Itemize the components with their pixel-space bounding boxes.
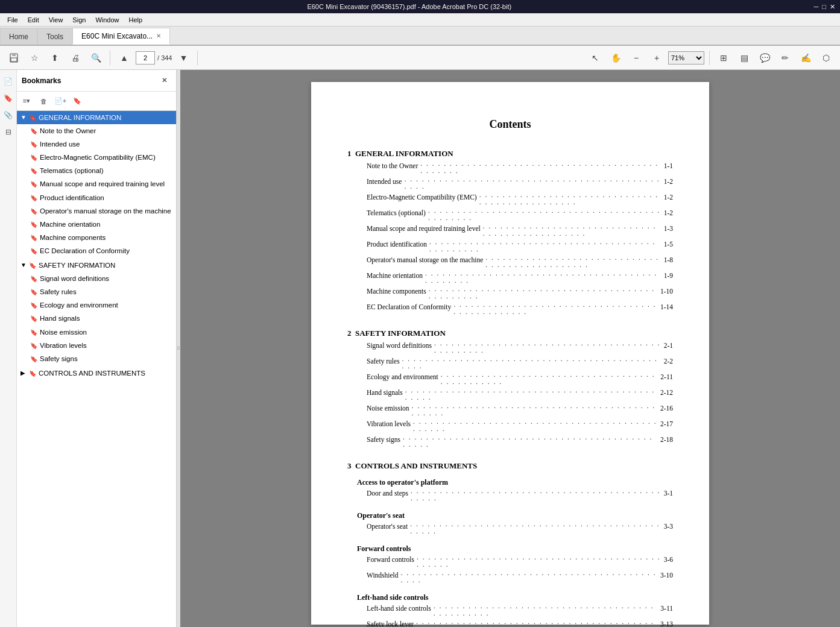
bookmark-operators-manual[interactable]: 🔖 Operator's manual storage on the machi…	[17, 204, 176, 218]
maximize-button[interactable]: □	[822, 3, 826, 11]
add-bookmark-button[interactable]: 📄+	[53, 94, 68, 109]
bookmark-note-owner[interactable]: 🔖 Note to the Owner	[17, 124, 176, 137]
tab-doc-close[interactable]: ✕	[156, 33, 161, 39]
tab-doc[interactable]: E60C Mini Excavato... ✕	[72, 28, 170, 45]
bookmark-safety-info[interactable]: ▼ 🔖 SAFETY INFORMATION	[17, 259, 176, 272]
bookmark-button[interactable]: ☆	[25, 49, 43, 67]
toc-entry: Noise emission · · · · · · · · · · · · ·…	[347, 405, 673, 419]
select-tool[interactable]: ↖	[586, 49, 604, 67]
bookmarks-options-button[interactable]: ≡▾	[19, 94, 34, 109]
layers-panel-icon[interactable]: ⊟	[2, 125, 15, 139]
toolbar-sep-1	[110, 51, 110, 65]
comment-button[interactable]: 💬	[756, 49, 774, 67]
tab-tools[interactable]: Tools	[37, 28, 72, 45]
page-number-input[interactable]: 2	[136, 51, 155, 65]
bookmark-icon-product-id: 🔖	[30, 194, 37, 203]
bookmark-controls[interactable]: ▶ 🔖 CONTROLS AND INSTRUMENTS	[17, 367, 176, 380]
find-button[interactable]: 🔍	[87, 49, 105, 67]
bookmark-product-id[interactable]: 🔖 Product identification	[17, 191, 176, 204]
bookmark-icon-vibration: 🔖	[30, 342, 37, 350]
menu-edit[interactable]: Edit	[23, 15, 44, 25]
sidebar-close-button[interactable]: ✕	[157, 74, 171, 88]
toc-subsection-heading: Forward controls	[357, 544, 673, 553]
bookmark-machine-orient[interactable]: 🔖 Machine orientation	[17, 218, 176, 231]
bookmark-noise[interactable]: 🔖 Noise emission	[17, 326, 176, 339]
bookmark-label-intended-use: Intended use	[40, 139, 174, 149]
share-doc-button[interactable]: ⬡	[817, 49, 835, 67]
toc-entry: Signal word definitions · · · · · · · · …	[347, 342, 673, 356]
bookmark-general-info[interactable]: ▼ 🔖 GENERAL INFORMATION	[17, 111, 176, 124]
bookmark-manual-scope[interactable]: 🔖 Manual scope and required training lev…	[17, 177, 176, 191]
share-button[interactable]: ⬆	[46, 49, 64, 67]
menu-view[interactable]: View	[44, 15, 68, 25]
bookmark-icon-safety-signs: 🔖	[30, 355, 37, 364]
toc-entry: Windshield · · · · · · · · · · · · · · ·…	[347, 572, 673, 586]
tab-doc-label: E60C Mini Excavato...	[81, 32, 153, 40]
reading-mode-button[interactable]: ▤	[735, 49, 753, 67]
bookmark-label-controls: CONTROLS AND INSTRUMENTS	[39, 368, 174, 378]
toc-section-1-entries: Note to the Owner · · · · · · · · · · · …	[347, 162, 673, 318]
pdf-viewer-area[interactable]: Contents 1 GENERAL INFORMATION Note to t…	[180, 70, 840, 627]
delete-bookmark-button[interactable]: 🗑	[36, 94, 51, 109]
next-page-button[interactable]: ▼	[174, 49, 192, 67]
fit-page-button[interactable]: ⊞	[715, 49, 733, 67]
toc-entry: EC Declaration of Conformity · · · · · ·…	[347, 303, 673, 318]
pages-panel-icon[interactable]: 📄	[2, 75, 15, 88]
print-button[interactable]: 🖨	[66, 49, 84, 67]
close-button[interactable]: ✕	[830, 3, 835, 11]
bookmark-icon-signal: 🔖	[30, 275, 37, 283]
draw-button[interactable]: ✍	[797, 49, 815, 67]
bookmark-label-machine-orient: Machine orientation	[40, 219, 174, 229]
toggle-safety-info[interactable]: ▼	[21, 261, 29, 269]
toc-entry: Hand signals · · · · · · · · · · · · · ·…	[347, 389, 673, 403]
menu-window[interactable]: Window	[90, 15, 124, 25]
save-button[interactable]	[5, 49, 23, 67]
toc-section-3-subsections: Access to operator's platformDoor and st…	[347, 478, 673, 627]
minimize-button[interactable]: ─	[814, 3, 819, 11]
bookmark-safety-signs[interactable]: 🔖 Safety signs	[17, 352, 176, 365]
bookmark-ecology[interactable]: 🔖 Ecology and environment	[17, 298, 176, 312]
bookmark-icon-manual-scope: 🔖	[30, 180, 37, 189]
bookmark-icon-ec-decl: 🔖	[30, 247, 37, 256]
markup-button[interactable]: ✏	[776, 49, 794, 67]
toc-entry: Safety rules · · · · · · · · · · · · · ·…	[347, 358, 673, 372]
bookmark-icon-emc: 🔖	[30, 154, 37, 162]
menu-file[interactable]: File	[2, 15, 23, 25]
toc-subsection-heading: Left-hand side controls	[357, 593, 673, 602]
toggle-general-info[interactable]: ▼	[21, 113, 29, 122]
bookmark-emc[interactable]: 🔖 Electro-Magnetic Compatibility (EMC)	[17, 151, 176, 164]
bookmark-label-general-info: GENERAL INFORMATION	[39, 113, 174, 122]
bookmark-hand-signals[interactable]: 🔖 Hand signals	[17, 312, 176, 325]
toc-entry: Note to the Owner · · · · · · · · · · · …	[347, 162, 673, 177]
tab-home[interactable]: Home	[0, 28, 37, 45]
attachments-panel-icon[interactable]: 📎	[2, 109, 15, 122]
menu-help[interactable]: Help	[124, 15, 148, 25]
prev-page-button[interactable]: ▲	[115, 49, 133, 67]
bookmark-icon-machine-orient: 🔖	[30, 221, 37, 229]
sidebar: Bookmarks ✕ ≡▾ 🗑 📄+ 🔖 ▼ 🔖 GENERAL INFORM…	[17, 70, 177, 627]
expand-bookmarks-button[interactable]: 🔖	[70, 94, 84, 109]
zoom-out-button[interactable]: −	[627, 49, 645, 67]
zoom-select[interactable]: 71% 50% 75% 100% 125% 150%	[668, 51, 704, 65]
zoom-controls: 71% 50% 75% 100% 125% 150%	[668, 51, 704, 65]
bookmark-ec-decl[interactable]: 🔖 EC Declaration of Conformity	[17, 244, 176, 257]
zoom-in-button[interactable]: +	[648, 49, 666, 67]
bookmark-intended-use[interactable]: 🔖 Intended use	[17, 137, 176, 151]
pdf-page: Contents 1 GENERAL INFORMATION Note to t…	[311, 82, 709, 625]
bookmark-machine-comp[interactable]: 🔖 Machine components	[17, 231, 176, 244]
hand-tool[interactable]: ✋	[607, 49, 625, 67]
bookmark-safety-rules[interactable]: 🔖 Safety rules	[17, 285, 176, 298]
toggle-controls[interactable]: ▶	[21, 369, 29, 377]
bookmark-telematics[interactable]: 🔖 Telematics (optional)	[17, 164, 176, 177]
menu-sign[interactable]: Sign	[68, 15, 90, 25]
bookmark-icon-noise: 🔖	[30, 329, 37, 337]
toc-section-3-heading: 3 CONTROLS AND INSTRUMENTS	[347, 461, 673, 471]
bookmark-label-safety-rules: Safety rules	[40, 287, 174, 297]
bookmark-vibration[interactable]: 🔖 Vibration levels	[17, 339, 176, 352]
toolbar-sep-3	[709, 51, 710, 65]
toc-entry: Forward controls · · · · · · · · · · · ·…	[347, 556, 673, 570]
bookmarks-panel-icon[interactable]: 🔖	[2, 92, 15, 105]
menu-bar: File Edit View Sign Window Help	[0, 13, 840, 27]
bookmark-signal-word[interactable]: 🔖 Signal word definitions	[17, 272, 176, 285]
bookmark-label-ec-decl: EC Declaration of Conformity	[40, 246, 174, 256]
